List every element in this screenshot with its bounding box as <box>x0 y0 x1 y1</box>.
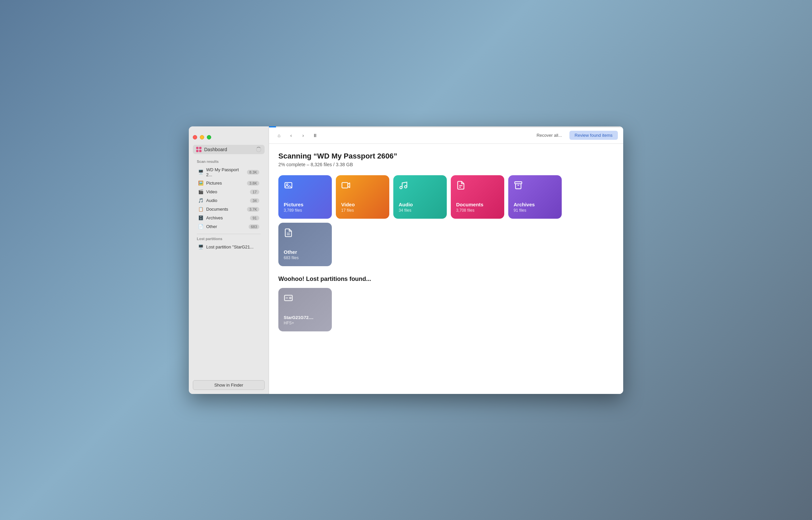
audio-icon: 🎵 <box>198 198 203 203</box>
audio-card-title: Audio <box>399 202 441 207</box>
partition-card-subtitle: HFS+ <box>284 321 327 326</box>
partition-card-wrap: StarG21G72.... HFS+ <box>278 288 332 331</box>
sidebar-item-pictures-label: Pictures <box>206 181 244 186</box>
sidebar-top: Dashboard Scan results 🖥️ WD My Passport… <box>189 126 269 254</box>
sidebar-item-archives[interactable]: 🗄️ Archives 91 <box>194 214 263 223</box>
traffic-lights <box>193 132 265 139</box>
close-button[interactable] <box>193 135 197 139</box>
sidebar-item-archives-count: 91 <box>250 216 259 220</box>
svg-rect-2 <box>342 182 348 188</box>
sidebar: Dashboard Scan results 🖥️ WD My Passport… <box>189 126 269 394</box>
documents-card-icon <box>456 181 466 192</box>
sidebar-item-lost-partition[interactable]: 🖥️ Lost partition "StarG21... <box>194 243 263 252</box>
sidebar-item-video-count: 17 <box>250 190 259 194</box>
dashboard-icon <box>196 147 201 152</box>
sidebar-item-wd-count: 8.3K <box>247 170 259 175</box>
sidebar-item-other-count: 683 <box>249 225 259 229</box>
forward-button[interactable]: › <box>299 131 308 140</box>
sidebar-footer: Show in Finder <box>189 376 269 394</box>
sidebar-item-documents[interactable]: 📋 Documents 3.7K <box>194 205 263 214</box>
sidebar-item-lost-partition-label: Lost partition "StarG21... <box>206 244 259 250</box>
sidebar-item-video[interactable]: 🎬 Video 17 <box>194 188 263 196</box>
documents-card-count: 3,708 files <box>456 208 499 213</box>
sidebar-item-pictures-count: 3.8K <box>247 181 259 186</box>
scan-results-section-label: Scan results <box>193 159 265 165</box>
back-button[interactable]: ‹ <box>286 131 296 140</box>
svg-rect-7 <box>515 182 522 184</box>
dashboard-button[interactable]: Dashboard <box>193 145 265 154</box>
audio-card-icon <box>399 181 408 192</box>
video-card-count: 17 files <box>341 208 384 213</box>
sidebar-item-audio-count: 34 <box>250 198 259 203</box>
minimize-button[interactable] <box>200 135 204 139</box>
sidebar-divider <box>197 234 261 234</box>
loading-spinner <box>256 147 261 152</box>
audio-card-count: 34 files <box>399 208 441 213</box>
drive-icon: 🖥️ <box>198 170 203 175</box>
pictures-card-icon <box>284 181 293 192</box>
documents-card-title: Documents <box>456 202 499 207</box>
other-card-icon <box>284 228 293 240</box>
app-window: Dashboard Scan results 🖥️ WD My Passport… <box>189 126 623 394</box>
archives-icon: 🗄️ <box>198 215 203 221</box>
file-card-audio[interactable]: Audio 34 files <box>393 175 447 219</box>
sidebar-item-audio[interactable]: 🎵 Audio 34 <box>194 196 263 205</box>
show-in-finder-button[interactable]: Show in Finder <box>193 380 265 390</box>
recover-all-button[interactable]: Recover all... <box>532 131 567 140</box>
sidebar-item-archives-label: Archives <box>206 215 247 220</box>
app-layout: Dashboard Scan results 🖥️ WD My Passport… <box>189 126 623 394</box>
content-area: Scanning “WD My Passport 2606” 2% comple… <box>269 144 623 394</box>
partition-drive-icon <box>284 293 293 305</box>
sidebar-item-pictures[interactable]: 🖼️ Pictures 3.8K <box>194 179 263 188</box>
scan-subtitle: 2% complete – 8,326 files / 3.38 GB <box>278 162 614 167</box>
file-card-video[interactable]: Video 17 files <box>336 175 389 219</box>
file-card-pictures[interactable]: Pictures 3,789 files <box>278 175 332 219</box>
svg-point-4 <box>405 186 407 188</box>
home-button[interactable]: ⌂ <box>274 131 284 140</box>
partition-grid: StarG21G72.... HFS+ <box>278 288 614 331</box>
sidebar-item-audio-label: Audio <box>206 198 247 203</box>
maximize-button[interactable] <box>207 135 211 139</box>
pictures-card-count: 3,789 files <box>284 208 327 213</box>
lost-partitions-title: Woohoo! Lost partitions found... <box>278 276 614 283</box>
partition-card-title: StarG21G72.... <box>284 315 327 320</box>
archives-card-title: Archives <box>513 202 556 207</box>
video-card-icon <box>341 181 351 192</box>
partition-card-starg21[interactable]: StarG21G72.... HFS+ <box>278 288 332 331</box>
sidebar-item-other[interactable]: 📄 Other 683 <box>194 223 263 231</box>
video-icon: 🎬 <box>198 189 203 194</box>
scan-title: Scanning “WD My Passport 2606” <box>278 152 614 160</box>
other-card-count: 683 files <box>284 256 327 260</box>
sidebar-item-wd-label: WD My Passport 2... <box>206 167 244 177</box>
toolbar: ⌂ ‹ › ⏸ Recover all... Review found item… <box>269 127 623 144</box>
file-card-archives[interactable]: Archives 91 files <box>508 175 562 219</box>
archives-card-count: 91 files <box>513 208 556 213</box>
other-card-title: Other <box>284 249 327 255</box>
review-found-items-button[interactable]: Review found items <box>569 131 618 140</box>
main-content: ⌂ ‹ › ⏸ Recover all... Review found item… <box>269 126 623 394</box>
lost-partitions-section-label: Lost partitions <box>193 237 265 243</box>
file-card-other[interactable]: Other 683 files <box>278 223 332 266</box>
sidebar-item-video-label: Video <box>206 189 247 194</box>
pictures-card-title: Pictures <box>284 202 327 207</box>
sidebar-item-other-label: Other <box>206 224 246 229</box>
dashboard-label: Dashboard <box>204 147 227 152</box>
file-card-grid: Pictures 3,789 files Video 17 files <box>278 175 614 266</box>
svg-point-3 <box>400 186 402 189</box>
archives-card-icon <box>513 181 523 192</box>
other-icon: 📄 <box>198 224 203 229</box>
sidebar-item-wd-passport[interactable]: 🖥️ WD My Passport 2... 8.3K <box>194 165 263 179</box>
svg-point-12 <box>290 297 291 298</box>
sidebar-item-documents-label: Documents <box>206 207 244 212</box>
file-card-documents[interactable]: Documents 3,708 files <box>451 175 504 219</box>
video-card-title: Video <box>341 202 384 207</box>
sidebar-item-documents-count: 3.7K <box>247 207 259 212</box>
documents-icon: 📋 <box>198 207 203 212</box>
pictures-icon: 🖼️ <box>198 181 203 186</box>
pause-button[interactable]: ⏸ <box>310 131 320 140</box>
lost-partition-icon: 🖥️ <box>198 244 203 250</box>
